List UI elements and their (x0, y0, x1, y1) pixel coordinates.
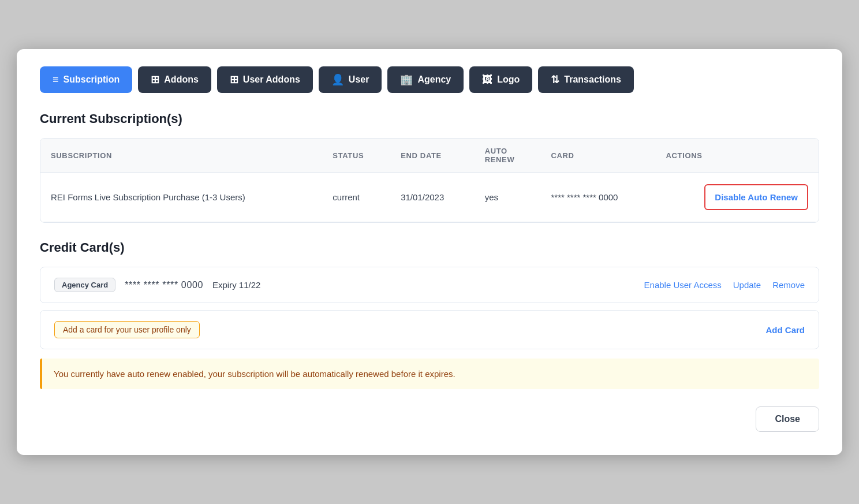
tab-agency-label: Agency (417, 74, 451, 85)
transactions-icon: ⇅ (551, 73, 559, 86)
tab-bar: ≡ Subscription ⊞ Addons ⊞ User Addons 👤 … (40, 66, 819, 93)
modal-container: ≡ Subscription ⊞ Addons ⊞ User Addons 👤 … (17, 49, 842, 455)
subscriptions-table-container: SUBSCRIPTION STATUS END DATE AUTORENEW C… (40, 138, 819, 223)
col-end-date: END DATE (390, 139, 475, 173)
card-expiry: Expiry 11/22 (212, 280, 260, 290)
card-number: **** **** **** 0000 (125, 280, 203, 290)
remove-card-button[interactable]: Remove (772, 280, 805, 290)
tab-user-addons-label: User Addons (243, 74, 300, 85)
table-header-row: SUBSCRIPTION STATUS END DATE AUTORENEW C… (40, 139, 819, 173)
user-icon: 👤 (331, 73, 344, 86)
addons-icon: ⊞ (151, 73, 159, 86)
tab-user-label: User (349, 74, 369, 85)
subscriptions-table: SUBSCRIPTION STATUS END DATE AUTORENEW C… (40, 139, 819, 222)
cell-auto-renew: yes (475, 173, 541, 222)
tab-logo[interactable]: 🖼 Logo (469, 66, 532, 93)
tab-transactions[interactable]: ⇅ Transactions (538, 66, 634, 93)
add-card-placeholder-text: Add a card for your user profile only (54, 321, 200, 338)
current-subscriptions-title: Current Subscription(s) (40, 111, 819, 126)
tab-user-addons[interactable]: ⊞ User Addons (217, 66, 313, 93)
agency-card-badge: Agency Card (54, 278, 115, 292)
col-card: CARD (540, 139, 655, 173)
col-subscription: SUBSCRIPTION (40, 139, 322, 173)
cell-actions: Disable Auto Renew (655, 173, 819, 222)
tab-subscription-label: Subscription (64, 74, 120, 85)
cell-subscription-name: REI Forms Live Subscription Purchase (1-… (40, 173, 322, 222)
close-button[interactable]: Close (756, 406, 819, 432)
col-status: STATUS (322, 139, 390, 173)
tab-addons[interactable]: ⊞ Addons (138, 66, 211, 93)
cell-card: **** **** **** 0000 (540, 173, 655, 222)
disable-auto-renew-button[interactable]: Disable Auto Renew (704, 184, 808, 210)
col-auto-renew: AUTORENEW (475, 139, 541, 173)
col-actions: ACTIONS (655, 139, 819, 173)
logo-icon: 🖼 (482, 74, 492, 86)
credit-cards-section: Credit Card(s) Agency Card **** **** ***… (40, 240, 819, 349)
add-card-button[interactable]: Add Card (766, 325, 805, 335)
tab-agency[interactable]: 🏢 Agency (387, 66, 464, 93)
modal-footer: Close (40, 406, 819, 432)
subscription-icon: ≡ (53, 74, 59, 86)
tab-user[interactable]: 👤 User (319, 66, 382, 93)
agency-icon: 🏢 (400, 73, 413, 86)
add-card-row: Add a card for your user profile only Ad… (40, 310, 819, 349)
update-card-button[interactable]: Update (733, 280, 761, 290)
cell-end-date: 31/01/2023 (390, 173, 475, 222)
user-addons-icon: ⊞ (230, 73, 238, 86)
notice-text: You currently have auto renew enabled, y… (54, 369, 808, 379)
agency-card-row: Agency Card **** **** **** 0000 Expiry 1… (40, 267, 819, 303)
card-action-group: Enable User Access Update Remove (644, 280, 805, 290)
tab-subscription[interactable]: ≡ Subscription (40, 66, 132, 93)
tab-logo-label: Logo (497, 74, 520, 85)
enable-user-access-button[interactable]: Enable User Access (644, 280, 722, 290)
tab-transactions-label: Transactions (564, 74, 621, 85)
credit-cards-title: Credit Card(s) (40, 240, 819, 255)
notice-box: You currently have auto renew enabled, y… (40, 359, 819, 389)
tab-addons-label: Addons (164, 74, 199, 85)
table-row: REI Forms Live Subscription Purchase (1-… (40, 173, 819, 222)
cell-status: current (322, 173, 390, 222)
